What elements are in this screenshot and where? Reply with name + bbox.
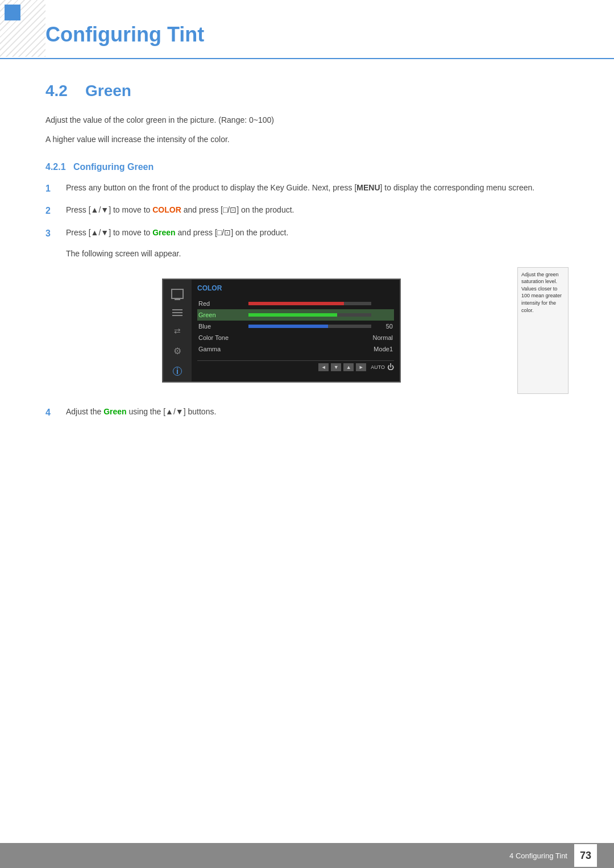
menu-label-red: Red [198,300,244,307]
bar-fill-green [248,313,337,317]
step-2: 2 Press [▲/▼] to move to COLOR and press… [45,203,569,218]
subsection-number: 4.2.1 [45,162,66,172]
monitor-tooltip: Adjust the green saturation level. Value… [517,267,569,394]
nav-power-icon: ⏻ [387,363,394,371]
menu-value-color-tone: Normal [359,334,393,341]
step-4: 4 Adjust the Green using the [▲/▼] butto… [45,405,569,420]
menu-bottom-nav: ◄ ▼ ▲ ► AUTO ⏻ [197,360,394,371]
menu-bar-blue [248,325,371,328]
gear-icon: ⚙ [173,346,181,356]
monitor-content: COLOR Red Green [192,280,400,381]
menu-label-color-tone: Color Tone [198,334,244,341]
lines-icon [172,309,182,316]
step-3: 3 Press [▲/▼] to move to Green and press… [45,226,569,241]
subsection-heading: 4.2.1 Configuring Green [45,162,569,172]
section-number: 4.2 [45,82,74,100]
step-1-number: 1 [45,181,57,196]
step-1-text: Press any button on the front of the pro… [66,181,569,194]
monitor-sidebar: ⇄ ⚙ i [163,280,192,381]
nav-up-btn: ▲ [343,363,354,371]
step-4-number: 4 [45,405,57,420]
menu-value-blue: 50 [376,323,393,330]
bar-fill-red [248,302,344,305]
menu-bar-red [248,302,371,305]
menu-label-green: Green [198,312,244,318]
subsection-title: Configuring Green [73,162,154,172]
page-title-section: Configuring Tint [0,0,614,59]
info-icon: i [173,367,182,376]
footer-text: 4 Configuring Tint [509,852,567,860]
description-1: Adjust the value of the color green in t… [45,114,569,126]
page-title: Configuring Tint [45,23,569,47]
menu-bar-green [248,313,371,317]
step-2-number: 2 [45,203,57,218]
page-footer: 4 Configuring Tint 73 [0,843,614,868]
step-4-list: 4 Adjust the Green using the [▲/▼] butto… [45,405,569,420]
nav-auto-label: AUTO [371,364,385,370]
menu-row-color-tone: Color Tone Normal [197,332,394,343]
main-content: 4.2 Green Adjust the value of the color … [0,82,614,420]
monitor-screenshot: ⇄ ⚙ i COLOR Red [162,279,401,383]
menu-row-gamma: Gamma Mode1 [197,343,394,355]
step-2-text: Press [▲/▼] to move to COLOR and press [… [66,203,569,216]
menu-row-blue: Blue 50 [197,321,394,332]
step-4-text: Adjust the Green using the [▲/▼] buttons… [66,405,569,418]
menu-row-red: Red [197,298,394,309]
step-1: 1 Press any button on the front of the p… [45,181,569,196]
monitor-icon [171,289,184,299]
footer-page-number: 73 [574,844,597,867]
tooltip-text: Adjust the green saturation level. Value… [521,271,565,314]
menu-value-gamma: Mode1 [359,346,393,352]
corner-blue-block [5,5,20,20]
step-3-text: Press [▲/▼] to move to Green and press [… [66,226,569,239]
arrows-icon: ⇄ [174,326,181,335]
nav-right-btn: ► [356,363,366,371]
menu-label-blue: Blue [198,323,244,330]
description-2: A higher value will increase the intensi… [45,133,569,146]
nav-left-btn: ◄ [318,363,329,371]
menu-label-gamma: Gamma [198,346,244,352]
screenshot-wrapper: ⇄ ⚙ i COLOR Red [45,267,569,394]
section-title: Green [85,82,131,100]
step-3-number: 3 [45,226,57,241]
steps-list: 1 Press any button on the front of the p… [45,181,569,241]
step-3-note: The following screen will appear. [66,249,569,258]
menu-row-green: Green [197,309,394,321]
section-heading: 4.2 Green [45,82,569,100]
menu-title: COLOR [197,284,394,294]
bar-fill-blue [248,325,328,328]
nav-down-btn: ▼ [331,363,341,371]
